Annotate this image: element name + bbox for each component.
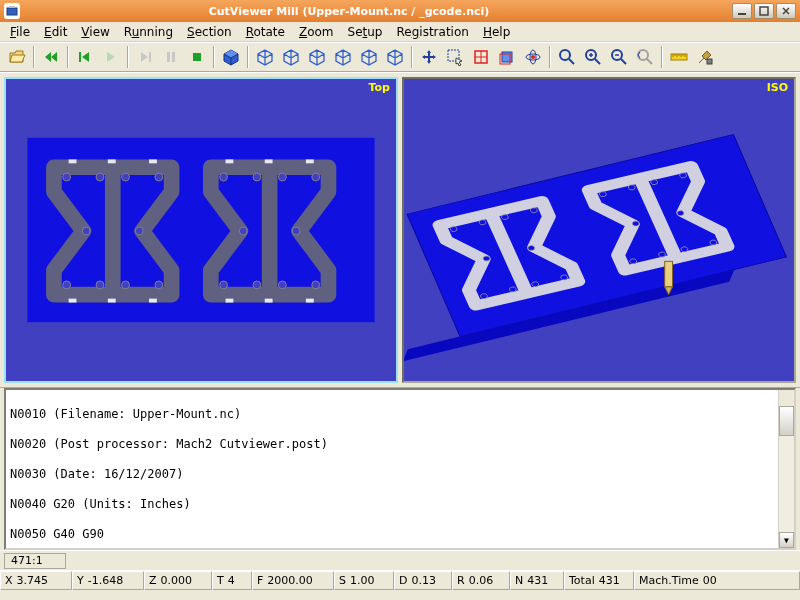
close-button[interactable]: [776, 3, 796, 19]
svg-point-19: [638, 50, 648, 60]
status-f: F2000.00: [252, 571, 334, 590]
views-container: Top I: [0, 72, 800, 388]
menu-running[interactable]: Running: [118, 23, 179, 41]
titlebar: CutViewer Mill (Upper-Mount.nc / _gcode.…: [0, 0, 800, 22]
svg-point-36: [312, 173, 320, 181]
svg-point-27: [63, 281, 71, 289]
svg-point-31: [82, 227, 90, 235]
view-top[interactable]: Top: [4, 77, 398, 383]
svg-point-32: [135, 227, 143, 235]
rewind-button[interactable]: [39, 45, 63, 69]
svg-rect-43: [69, 159, 77, 163]
toolbar: [0, 42, 800, 72]
scroll-track[interactable]: [779, 406, 794, 532]
svg-rect-3: [760, 7, 768, 15]
status-total: Total431: [564, 571, 634, 590]
toolbar-sep: [411, 46, 413, 68]
svg-point-38: [253, 281, 261, 289]
scroll-down-button[interactable]: ▼: [779, 532, 794, 548]
menu-file[interactable]: File: [4, 23, 36, 41]
status-machtime: Mach.Time00: [634, 571, 800, 590]
view-solid-button[interactable]: [219, 45, 243, 69]
menu-edit[interactable]: Edit: [38, 23, 73, 41]
svg-rect-53: [265, 299, 273, 303]
menu-rotate[interactable]: Rotate: [240, 23, 291, 41]
svg-point-34: [253, 173, 261, 181]
svg-rect-8: [193, 53, 201, 61]
view-iso[interactable]: ISO: [402, 77, 796, 383]
rotate-button[interactable]: [495, 45, 519, 69]
pause-button[interactable]: [159, 45, 183, 69]
scroll-thumb[interactable]: [779, 406, 794, 436]
svg-rect-49: [226, 159, 234, 163]
section-button[interactable]: [469, 45, 493, 69]
toolbar-sep: [549, 46, 551, 68]
svg-rect-4: [79, 52, 81, 62]
toolbar-sep: [127, 46, 129, 68]
svg-point-35: [278, 173, 286, 181]
svg-rect-52: [226, 299, 234, 303]
code-line: N0040 G20 (Units: Inches): [10, 497, 790, 512]
svg-rect-50: [265, 159, 273, 163]
menu-setup[interactable]: Setup: [342, 23, 389, 41]
toolbar-sep: [661, 46, 663, 68]
svg-rect-54: [306, 299, 314, 303]
tools-button[interactable]: [693, 45, 717, 69]
cursor-status: 471:1: [0, 550, 800, 570]
svg-point-29: [122, 281, 130, 289]
menu-view[interactable]: View: [75, 23, 115, 41]
status-r: R0.06: [452, 571, 510, 590]
svg-point-26: [155, 173, 163, 181]
zoom-in-button[interactable]: [581, 45, 605, 69]
menu-zoom[interactable]: Zoom: [293, 23, 340, 41]
window-title: CutViewer Mill (Upper-Mount.nc / _gcode.…: [0, 5, 732, 18]
pan-button[interactable]: [417, 45, 441, 69]
code-line: N0050 G40 G90: [10, 527, 790, 542]
statusbar: X3.745 Y-1.648 Z0.000 T4 F2000.00 S1.00 …: [0, 570, 800, 590]
menu-help[interactable]: Help: [477, 23, 516, 41]
play-button[interactable]: [99, 45, 123, 69]
iso-view-canvas: [404, 79, 794, 381]
window-buttons: [732, 3, 796, 19]
3d-rotate-button[interactable]: [521, 45, 545, 69]
toolbar-sep: [213, 46, 215, 68]
view-left-button[interactable]: [305, 45, 329, 69]
zoom-out-button[interactable]: [607, 45, 631, 69]
toolbar-sep: [67, 46, 69, 68]
svg-rect-51: [306, 159, 314, 163]
step-back-button[interactable]: [73, 45, 97, 69]
svg-rect-44: [108, 159, 116, 163]
stop-button[interactable]: [185, 45, 209, 69]
status-n: N431: [510, 571, 564, 590]
zoom-previous-button[interactable]: [633, 45, 657, 69]
status-s: S1.00: [334, 571, 394, 590]
open-button[interactable]: [5, 45, 29, 69]
measure-button[interactable]: [667, 45, 691, 69]
menu-registration[interactable]: Registration: [391, 23, 475, 41]
zoom-fit-button[interactable]: [555, 45, 579, 69]
view-label-top: Top: [369, 81, 390, 94]
maximize-button[interactable]: [754, 3, 774, 19]
gcode-panel[interactable]: N0010 (Filename: Upper-Mount.nc) N0020 (…: [4, 388, 796, 550]
svg-point-24: [96, 173, 104, 181]
minimize-button[interactable]: [732, 3, 752, 19]
svg-point-41: [239, 227, 247, 235]
view-back-button[interactable]: [279, 45, 303, 69]
svg-point-40: [312, 281, 320, 289]
status-t: T4: [212, 571, 252, 590]
view-top-button[interactable]: [357, 45, 381, 69]
select-button[interactable]: [443, 45, 467, 69]
code-line: N0030 (Date: 16/12/2007): [10, 467, 790, 482]
view-right-button[interactable]: [331, 45, 355, 69]
svg-rect-77: [665, 261, 673, 286]
svg-rect-21: [707, 59, 712, 64]
step-forward-button[interactable]: [133, 45, 157, 69]
code-scrollbar[interactable]: ▲ ▼: [778, 390, 794, 548]
svg-point-23: [63, 173, 71, 181]
svg-point-25: [122, 173, 130, 181]
view-front-button[interactable]: [253, 45, 277, 69]
view-iso-button[interactable]: [383, 45, 407, 69]
svg-rect-46: [69, 299, 77, 303]
menu-section[interactable]: Section: [181, 23, 238, 41]
svg-rect-2: [738, 13, 746, 15]
